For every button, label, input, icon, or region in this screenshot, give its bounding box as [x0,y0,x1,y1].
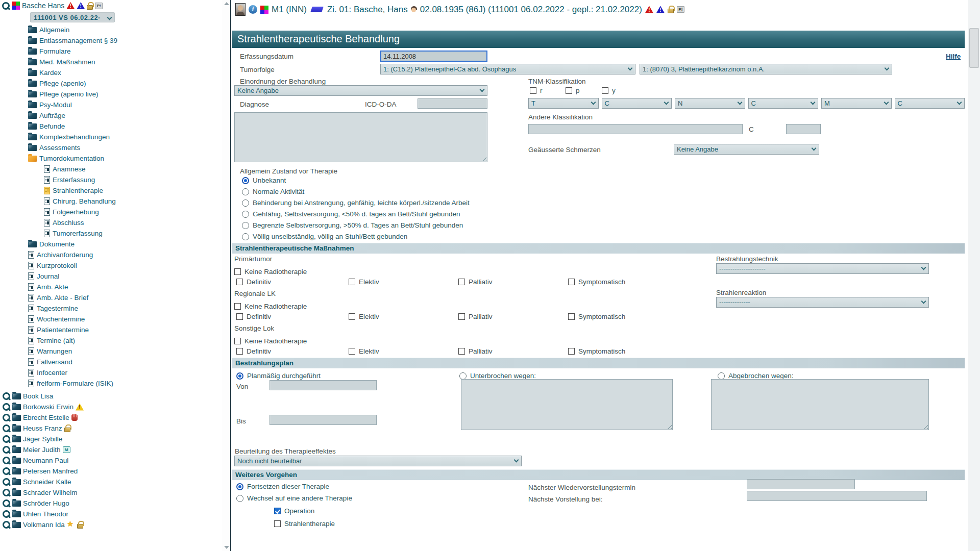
sidebar-patient-item[interactable]: Borkowski Erwin [0,402,222,412]
scrollbar-thumb[interactable] [969,28,979,68]
einordnung-select[interactable]: Keine Angabe [234,85,487,96]
sidebar-tree-item[interactable]: Amb. Akte [0,282,222,292]
patient-record-grid-icon[interactable] [260,6,268,14]
diagnose-textarea[interactable] [234,112,487,162]
sidebar-patient-item[interactable]: Heuss Franz [0,423,222,434]
sidebar-tree-item[interactable]: Tumorerfassung [0,228,222,239]
radiotherapie-col-checkbox[interactable] [568,279,575,285]
radiotherapie-col-checkbox[interactable] [236,313,243,320]
sidebar-patient-item[interactable]: Schrader Wilhelm [0,487,222,498]
naechste-vorstellung-input[interactable] [747,491,927,501]
zustand-radio[interactable] [242,177,249,184]
tnm-r-checkbox[interactable] [530,87,536,94]
p-badge-icon[interactable] [677,6,684,13]
wechsel-radio[interactable] [236,495,243,502]
plan-planmaessig-radio[interactable] [236,372,243,380]
zustand-option[interactable]: Behinderung bei Anstrengung, gehfähig, l… [242,199,470,207]
naechster-termin-input[interactable] [747,479,855,489]
sidebar-patient-item[interactable]: Volkmann Ida [0,519,222,530]
sidebar-patient-header[interactable]: Basche Hans [0,0,222,11]
help-link[interactable]: Hilfe [946,53,961,60]
sidebar-tree-item[interactable]: Dokumente [0,239,222,249]
keine-radiotherapie-checkbox[interactable] [234,338,241,344]
zustand-radio[interactable] [242,222,249,229]
sidebar-tree-item[interactable]: Anamnese [0,164,222,174]
plan-unterbrochen-radio[interactable] [459,372,467,380]
sidebar-tree-item[interactable]: Amb. Akte - Brief [0,292,222,303]
resize-grip-icon[interactable] [922,423,928,429]
schmerzen-select[interactable]: Keine Angabe [674,144,819,155]
radiotherapie-col-checkbox[interactable] [349,279,355,285]
sidebar-patient-item[interactable]: Meier Judith [0,444,222,455]
zustand-option[interactable]: Völlig unselbständig, völlig an Stuhl/Be… [242,233,407,240]
sidebar-tree-item[interactable]: Med. Maßnahmen [0,57,222,67]
sidebar-patient-item[interactable]: Book Lisa [0,391,222,402]
keine-radiotherapie-checkbox[interactable] [234,268,241,275]
zustand-option[interactable]: Unbekannt [242,177,286,184]
abgebrochen-textarea[interactable] [711,379,929,430]
radiotherapie-col-checkbox[interactable] [349,348,355,355]
von-input[interactable] [270,380,377,390]
sidebar-tree-item[interactable]: Wochentermine [0,314,222,324]
andere-klassifikation-input[interactable] [528,124,743,134]
zustand-option[interactable]: Normale Aktivität [242,188,304,195]
sidebar-tree-item[interactable]: Folgeerhebung [0,207,222,217]
sidebar-tree-item[interactable]: Chirurg. Behandlung [0,196,222,207]
bis-input[interactable] [270,415,377,425]
case-selector[interactable]: 111001 VS 06.02.22- [30,12,115,22]
radiotherapie-col-checkbox[interactable] [349,313,355,320]
sidebar-tree-item[interactable]: Ersterfassung [0,174,222,185]
tnm-c3-select[interactable]: C [895,98,965,109]
radiotherapie-col-checkbox[interactable] [458,313,465,320]
tnm-p-checkbox[interactable] [566,87,572,94]
sidebar-tree-item[interactable]: Archivanforderung [0,249,222,260]
lock-icon[interactable] [668,9,674,13]
tnm-c2-select[interactable]: C [748,98,819,109]
sidebar-patient-item[interactable]: Ebrecht Estelle [0,412,222,423]
radiotherapie-col-checkbox[interactable] [236,279,243,285]
sidebar-tree-item[interactable]: Warnungen [0,346,222,357]
andere-klassifikation-c-input[interactable] [786,124,821,134]
zustand-option[interactable]: Begrenzte Selbstversorgung, >50% d. Tage… [242,221,463,229]
zustand-radio[interactable] [242,188,249,195]
tnm-m-select[interactable]: M [821,98,892,109]
fortsetzen-radio[interactable] [236,483,243,490]
zustand-option[interactable]: Gehfähig, Selbstversorgung, <50% d. tage… [242,210,460,218]
bestrahlungstechnik-select[interactable]: --------------------- [716,263,929,274]
scroll-down-icon[interactable] [224,546,229,549]
resize-grip-icon[interactable] [480,155,486,161]
sidebar-patient-item[interactable]: Schröder Hugo [0,498,222,509]
sidebar-tree-item[interactable]: Allgemein [0,24,222,35]
strahlentherapie-checkbox[interactable] [274,520,281,527]
sidebar-patient-item[interactable]: Uhlen Theodor [0,509,222,519]
tnm-y-checkbox[interactable] [602,87,608,94]
zustand-radio[interactable] [242,233,249,240]
sidebar-patient-item[interactable]: Schneider Kalle [0,477,222,487]
sidebar-tree-item[interactable]: Pflege (apenio live) [0,89,222,99]
radiotherapie-col-checkbox[interactable] [458,348,465,355]
tnm-c1-select[interactable]: C [602,98,672,109]
radiotherapie-col-checkbox[interactable] [458,279,465,285]
scroll-up-icon[interactable] [224,2,229,5]
sidebar-tree-item[interactable]: Kurzprotokoll [0,260,222,271]
sidebar-tree-item[interactable]: Patiententermine [0,324,222,335]
strahlenreaktion-select[interactable]: -------------- [716,297,929,308]
operation-checkbox[interactable] [274,508,281,514]
sidebar-patient-item[interactable]: Neumann Paul [0,455,222,466]
sidebar-tree-item[interactable]: Psy-Modul [0,99,222,110]
sidebar-tree-item[interactable]: Termine (alt) [0,335,222,346]
sidebar-tree-item[interactable]: Abschluss [0,217,222,228]
sidebar-tree-item[interactable]: Komplexbehandlungen [0,132,222,142]
sidebar-tree-item[interactable]: Aufträge [0,110,222,121]
sidebar-tree-item[interactable]: Tumordokumentation [0,153,222,164]
sidebar-tree-item[interactable]: Journal [0,271,222,282]
sidebar-tree-item[interactable]: Infocenter [0,367,222,378]
radiotherapie-col-checkbox[interactable] [568,348,575,355]
sidebar-patient-item[interactable]: Petersen Manfred [0,466,222,477]
zustand-radio[interactable] [242,199,249,207]
sidebar-tree-item[interactable]: Tagestermine [0,303,222,314]
sidebar-tree-item[interactable]: Befunde [0,121,222,132]
resize-grip-icon[interactable] [666,423,672,429]
alert-blue-icon[interactable] [656,6,665,13]
tumorfolge-histologie-select[interactable]: 1: (8070) 3, Plattenepithelkarzinom o.n.… [640,64,892,74]
